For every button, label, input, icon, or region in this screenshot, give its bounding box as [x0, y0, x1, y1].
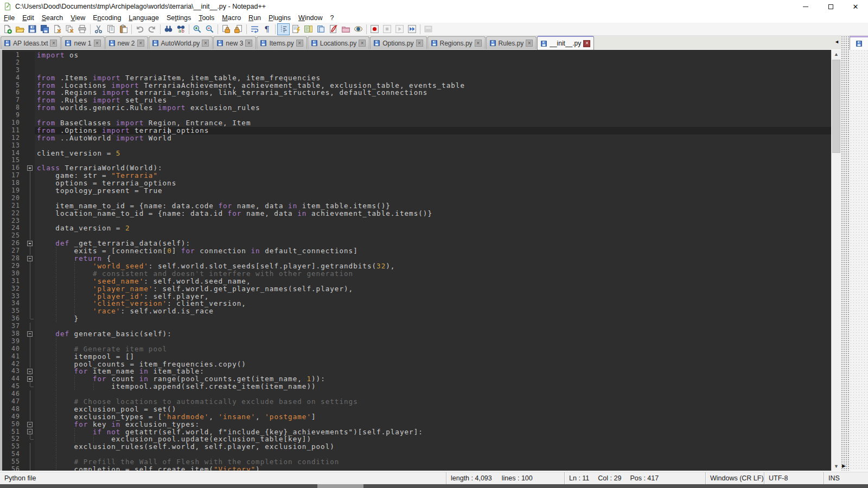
new-file-button[interactable] [1, 23, 14, 35]
sync-horizontal-scroll-button[interactable] [232, 23, 245, 35]
code-line[interactable]: 3 [2, 67, 831, 74]
find-button[interactable] [162, 23, 175, 35]
code-line[interactable]: 53 exclusion_rules(self.world, self.play… [2, 443, 831, 451]
fold-collapse-box[interactable] [26, 375, 35, 383]
close-button[interactable]: ✕ [843, 0, 868, 13]
code-line[interactable]: 6from .Regions import terraria_regions, … [2, 89, 831, 97]
macro-save-button[interactable] [422, 23, 435, 35]
maximize-button[interactable] [818, 0, 843, 13]
code-line[interactable]: 42 pool_counts = item_frequencies.copy() [2, 361, 831, 368]
paste-button[interactable] [117, 23, 130, 35]
code-line[interactable]: 1import os [2, 52, 831, 59]
zoom-in-button[interactable] [191, 23, 203, 35]
tab-init-py[interactable]: __init__.py× [537, 36, 594, 50]
code-line[interactable]: 22 location_name_to_id = {name: data.id … [2, 210, 831, 217]
redo-button[interactable] [146, 23, 158, 35]
code-line[interactable]: 55 # Prefill the Wall of Flesh with the … [2, 458, 831, 466]
cut-button[interactable] [92, 23, 105, 35]
code-line[interactable]: 56 completion = self.create_item("Victor… [2, 466, 831, 471]
code-line[interactable]: 43 for item_name in item_table: [2, 368, 831, 375]
code-line[interactable]: 48 exclusion_pool = set() [2, 406, 831, 413]
fold-collapse-box[interactable] [26, 255, 35, 262]
file-edit-button[interactable] [327, 23, 340, 35]
code-line[interactable]: 29 'world_seed': self.world.slot_seeds[s… [2, 262, 831, 270]
macro-run-multiple-button[interactable] [406, 23, 418, 35]
tab-locations-py[interactable]: Locations.py× [308, 36, 369, 49]
document-map-button[interactable] [302, 23, 315, 35]
show-all-characters-button[interactable]: ¶ [261, 23, 273, 35]
scrollbar-thumb[interactable] [832, 60, 840, 153]
code-line[interactable]: 39 [2, 338, 831, 345]
macro-stop-button[interactable] [381, 23, 393, 35]
tab-new-2[interactable]: new 2× [105, 36, 148, 49]
tab-ap-ideas-txt[interactable]: AP Ideas.txt× [1, 36, 61, 49]
fold-collapse-box[interactable] [26, 330, 35, 338]
menu-edit[interactable]: Edit [18, 14, 38, 22]
replace-button[interactable]: ab [175, 23, 187, 35]
scroll-up-icon[interactable]: ▲ [832, 50, 841, 59]
monitoring-button[interactable] [352, 23, 365, 35]
code-line[interactable]: 8from worlds.generic.Rules import exclus… [2, 104, 831, 112]
code-line[interactable]: 31 'seed_name': self.world.seed_name, [2, 278, 831, 285]
tab-close-icon[interactable]: × [50, 40, 57, 47]
menu-item[interactable]: ? [327, 14, 338, 22]
fold-collapse-box[interactable] [26, 368, 35, 375]
code-line[interactable]: 11from .Options import terraria_options [2, 127, 831, 134]
code-line[interactable]: 4from .Items import TerrariaItem, item_t… [2, 74, 831, 82]
code-line[interactable]: 26 def _get_terraria_data(self): [2, 240, 831, 247]
code-line[interactable]: 17 game: str = "Terraria" [2, 172, 831, 179]
code-line[interactable]: 38 def generate_basic(self): [2, 330, 831, 338]
code-editor[interactable]: 1import os234from .Items import Terraria… [2, 50, 831, 471]
tab-autoworld-py[interactable]: AutoWorld.py× [149, 36, 213, 49]
tab-scroll-left-icon[interactable]: ◄ [834, 39, 839, 44]
code-line[interactable]: 33 'player_id': self.player, [2, 293, 831, 300]
menu-tools[interactable]: Tools [195, 14, 218, 22]
code-line[interactable]: 51 if not getattr(self.world, f"include_… [2, 428, 831, 436]
vertical-scrollbar[interactable]: ▲ ▼ [831, 50, 841, 471]
document-list-button[interactable] [315, 23, 327, 35]
code-line[interactable]: 5from .Locations import TerrariaAchievem… [2, 82, 831, 89]
fold-collapse-box[interactable] [26, 164, 35, 172]
code-line[interactable]: 41 itempool = [] [2, 353, 831, 361]
code-line[interactable]: 24 data_version = 2 [2, 224, 831, 232]
code-line[interactable]: 21 item_name_to_id = {name: data.code fo… [2, 202, 831, 210]
menu-encoding[interactable]: Encoding [89, 14, 125, 22]
zoom-out-button[interactable] [203, 23, 216, 35]
code-line[interactable]: 12from ..AutoWorld import World [2, 134, 831, 142]
tab-items-py[interactable]: Items.py× [257, 36, 307, 49]
code-line[interactable]: 40 # Generate item pool [2, 345, 831, 353]
tab-close-icon[interactable]: × [475, 40, 482, 47]
code-line[interactable]: 27 exits = [connection[0] for connection… [2, 247, 831, 255]
code-line[interactable]: 37 [2, 323, 831, 330]
code-line[interactable]: 35 'race': self.world.is_race [2, 307, 831, 315]
pane-splitter[interactable]: ▶ [841, 36, 850, 471]
tab-close-icon[interactable]: × [245, 40, 252, 47]
minimize-button[interactable] [793, 0, 818, 13]
save-all-button[interactable] [39, 23, 51, 35]
undo-button[interactable] [133, 23, 146, 35]
code-line[interactable]: 15 [2, 157, 831, 164]
fold-collapse-box[interactable] [26, 240, 35, 247]
tab-options-py[interactable]: Options.py× [370, 36, 426, 49]
tab-regions-py[interactable]: Regions.py× [427, 36, 486, 49]
tab-close-icon[interactable]: × [137, 40, 144, 47]
tab-close-icon[interactable]: × [359, 40, 366, 47]
open-file-button[interactable] [14, 23, 26, 35]
menu-view[interactable]: View [67, 14, 89, 22]
code-line[interactable]: 25 [2, 232, 831, 240]
code-line[interactable]: 14client_version = 5 [2, 150, 831, 157]
fold-collapse-box[interactable] [26, 421, 35, 428]
code-line[interactable]: 54 [2, 451, 831, 458]
code-line[interactable]: 2 [2, 59, 831, 67]
code-line[interactable]: 36 } [2, 315, 831, 323]
menu-window[interactable]: Window [295, 14, 326, 22]
menu-settings[interactable]: Settings [163, 14, 195, 22]
code-line[interactable]: 18 options = terraria_options [2, 179, 831, 187]
tab-close-icon[interactable]: × [416, 40, 423, 47]
code-line[interactable]: 20 [2, 195, 831, 202]
code-line[interactable]: 34 'client_version': client_version, [2, 300, 831, 307]
code-line[interactable]: 52 exclusion_pool.update(exclusion_table… [2, 435, 831, 443]
word-wrap-button[interactable] [248, 23, 261, 35]
code-line[interactable]: 49 exclusion_types = ['hardmode', 'insan… [2, 413, 831, 421]
function-list-button[interactable] [290, 23, 302, 35]
